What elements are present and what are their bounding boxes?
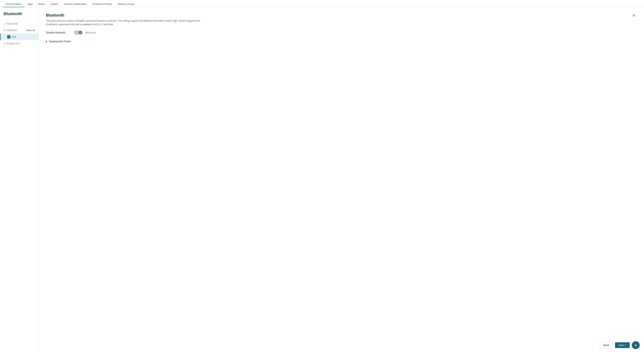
- disable-bluetooth-toggle[interactable]: ✕: [74, 30, 82, 35]
- sidebar-title: Bluetooth: [0, 12, 38, 20]
- nav-item-actions[interactable]: Actions: [48, 1, 61, 7]
- step-number-3: 3: [4, 42, 5, 45]
- deployment-rules-header[interactable]: ▶ Deployment Rules: [46, 39, 637, 44]
- settings-row-disable-bluetooth: Disable bluetooth ✕ iOS 11.0+: [46, 30, 637, 35]
- ios-checkbox-icon: [7, 35, 10, 38]
- clear-all-link[interactable]: Clear All: [26, 29, 35, 32]
- sidebar-step-assignment[interactable]: 3 Assignment: [0, 40, 38, 47]
- ios-label: iOS: [12, 36, 16, 38]
- sidebar: Bluetooth 1 Policy Info 2 Platforms Clea…: [0, 7, 39, 352]
- content-title: Bluetooth: [46, 13, 208, 18]
- step-label-platforms: Platforms: [6, 29, 17, 32]
- back-button[interactable]: Back: [600, 342, 613, 348]
- bottom-bar: Back Next > ➤: [0, 338, 644, 352]
- top-nav: Device Policies Apps Media Actions Conte…: [0, 0, 644, 7]
- ios-version-badge[interactable]: iOS 11.0+: [86, 31, 96, 34]
- nav-item-media[interactable]: Media: [36, 1, 48, 7]
- nav-item-content-collaboration[interactable]: Content Collaboration: [61, 1, 90, 7]
- step-header-platforms: 2 Platforms Clear All: [0, 27, 38, 34]
- deployment-rules-label: Deployment Rules: [49, 40, 71, 43]
- sidebar-step-policy-info[interactable]: 1 Policy Info: [0, 20, 38, 27]
- deployment-rules-section: ▶ Deployment Rules: [46, 39, 637, 44]
- content-header-text: Bluetooth This policy lets you enable or…: [46, 13, 208, 26]
- step-number-2: 2: [4, 29, 5, 32]
- nav-item-enrollment-profiles[interactable]: Enrollment Profiles: [90, 1, 115, 7]
- triangle-icon: ▶: [46, 40, 48, 42]
- nav-item-delivery-groups[interactable]: Delivery Groups: [115, 1, 137, 7]
- step-number-1: 1: [4, 22, 5, 25]
- nav-circle-icon: ➤: [634, 343, 637, 347]
- close-button[interactable]: ✕: [631, 13, 637, 18]
- sidebar-item-ios[interactable]: iOS: [0, 34, 38, 40]
- content-header: Bluetooth This policy lets you enable or…: [46, 13, 637, 26]
- toggle-thumb: ✕: [79, 31, 82, 34]
- next-button[interactable]: Next >: [615, 342, 630, 348]
- step-label-policy-info: Policy Info: [6, 22, 18, 25]
- disable-bluetooth-label: Disable bluetooth: [46, 31, 71, 34]
- nav-circle-button[interactable]: ➤: [632, 341, 640, 349]
- nav-item-apps[interactable]: Apps: [24, 1, 36, 7]
- nav-item-device-policies[interactable]: Device Policies: [3, 1, 24, 7]
- main-layout: Bluetooth 1 Policy Info 2 Platforms Clea…: [0, 7, 644, 352]
- content-description: This policy lets you enable or disable a…: [46, 19, 208, 26]
- content-area: Bluetooth This policy lets you enable or…: [39, 7, 644, 352]
- toggle-track[interactable]: ✕: [74, 30, 82, 35]
- step-label-assignment: Assignment: [6, 42, 20, 45]
